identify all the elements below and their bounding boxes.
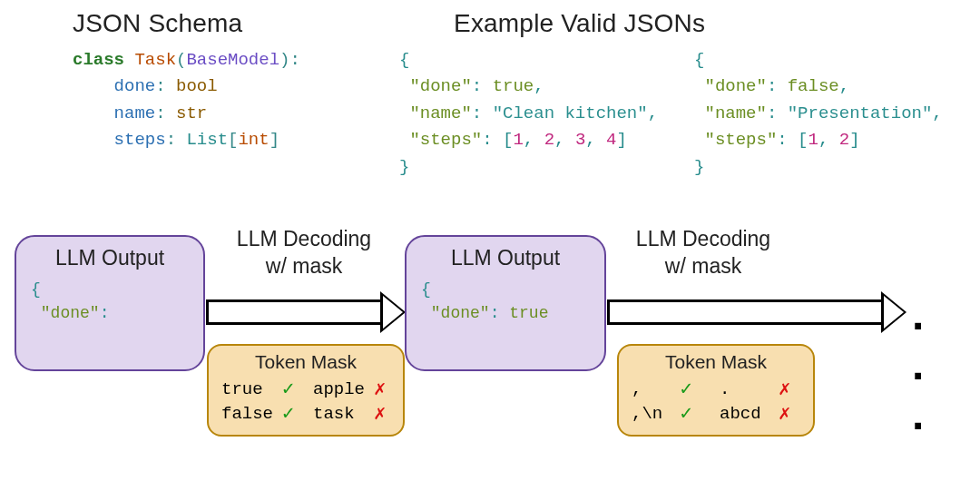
x-icon: ✗	[374, 377, 396, 401]
schema-code: class Task(BaseModel): done: bool name: …	[73, 47, 345, 154]
keyword-class: class	[73, 50, 124, 70]
token-mask-grid-1: true ✓ apple ✗ false ✓ task ✗	[221, 377, 390, 426]
schema-heading: JSON Schema	[73, 9, 345, 38]
check-icon: ✓	[282, 377, 304, 401]
arrow-2	[607, 291, 906, 333]
token-bad: .	[720, 379, 761, 399]
token-mask-title-2: Token Mask	[632, 351, 800, 373]
token-bad: task	[313, 404, 365, 424]
token-good: ,	[632, 379, 662, 399]
ellipsis: . . .	[912, 290, 953, 439]
examples-row: { "done": true, "name": "Clean kitchen",…	[399, 47, 943, 181]
attr-done: done	[114, 76, 156, 96]
base-class: BaseModel	[186, 50, 279, 70]
llm-output-title-2: LLM Output	[421, 246, 590, 270]
token-mask-title-1: Token Mask	[221, 351, 390, 373]
check-icon: ✓	[681, 377, 702, 401]
examples-column: Example Valid JSONs { "done": true, "nam…	[399, 9, 943, 181]
example-json-2: { "done": false, "name": "Presentation",…	[694, 47, 943, 181]
token-bad: apple	[313, 379, 365, 399]
token-mask-grid-2: , ✓ . ✗ ,\n ✓ abcd ✗	[632, 377, 800, 426]
llm-output-code-1: { "done":	[31, 278, 189, 325]
llm-output-box-1: LLM Output { "done":	[15, 235, 205, 371]
example-json-1: { "done": true, "name": "Clean kitchen",…	[399, 47, 658, 181]
examples-heading: Example Valid JSONs	[454, 9, 943, 38]
attr-steps: steps	[114, 130, 166, 150]
llm-output-box-2: LLM Output { "done": true	[405, 235, 606, 371]
token-good: false	[221, 404, 273, 424]
attr-name: name	[114, 103, 156, 123]
flow-row: LLM Output { "done": LLM Decoding w/ mas…	[27, 208, 953, 444]
x-icon: ✗	[779, 377, 800, 401]
token-mask-box-2: Token Mask , ✓ . ✗ ,\n ✓ abcd ✗	[617, 344, 815, 437]
class-name: Task	[134, 50, 176, 70]
check-icon: ✓	[681, 401, 702, 426]
schema-column: JSON Schema class Task(BaseModel): done:…	[73, 9, 345, 181]
arrow-label-1: LLM Decoding w/ mask	[209, 226, 399, 280]
token-good: true	[221, 379, 273, 399]
x-icon: ✗	[374, 401, 396, 426]
token-good: ,\n	[632, 404, 662, 424]
arrow-label-2: LLM Decoding w/ mask	[608, 226, 799, 280]
x-icon: ✗	[779, 401, 800, 426]
arrow-1	[206, 291, 406, 333]
token-bad: abcd	[720, 404, 761, 424]
check-icon: ✓	[282, 401, 304, 426]
token-mask-box-1: Token Mask true ✓ apple ✗ false ✓ task ✗	[207, 344, 405, 437]
llm-output-title-1: LLM Output	[31, 246, 189, 270]
top-row: JSON Schema class Task(BaseModel): done:…	[27, 9, 953, 181]
llm-output-code-2: { "done": true	[421, 278, 590, 325]
diagram-root: JSON Schema class Task(BaseModel): done:…	[0, 0, 980, 444]
